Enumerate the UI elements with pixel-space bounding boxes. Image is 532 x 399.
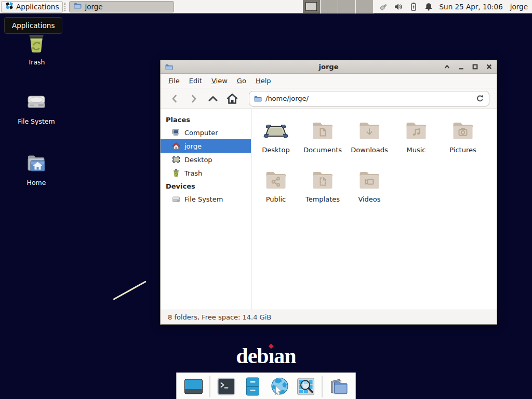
folder-public[interactable]: Public (252, 159, 299, 209)
toolbar: /home/jorge/ (161, 88, 497, 109)
system-tray (379, 2, 433, 11)
removable-device-icon[interactable] (379, 2, 388, 11)
workspace-2[interactable] (321, 0, 338, 14)
folder-music[interactable]: Music (393, 110, 440, 159)
music-folder-icon (404, 118, 429, 143)
sidebar-item-computer[interactable]: Computer (161, 126, 251, 139)
statusbar: 8 folders, Free space: 14.4 GiB (161, 310, 497, 324)
workspace-3[interactable] (338, 0, 356, 14)
web-browser-icon[interactable] (269, 376, 290, 397)
sidebar-item-jorge[interactable]: jorge (161, 139, 251, 153)
folder-videos[interactable]: Videos (346, 159, 393, 209)
xfce-menu-icon (5, 2, 14, 11)
notifications-icon[interactable] (424, 2, 433, 11)
applications-menu-label: Applications (16, 3, 59, 11)
shade-button[interactable] (443, 63, 450, 71)
workspace-4[interactable] (356, 0, 374, 14)
folder-downloads[interactable]: Downloads (346, 110, 393, 159)
forward-button[interactable] (187, 92, 201, 105)
home-red-icon (172, 142, 180, 150)
file-manager-window: jorge FileEditViewGoHelp /home/jorge/ Pl… (160, 60, 497, 325)
location-folder-icon (254, 95, 262, 103)
templates-folder-icon (310, 168, 335, 193)
home-button[interactable] (225, 92, 239, 105)
panel-clock[interactable]: Sun 25 Apr, 10:06 (440, 3, 503, 11)
panel-username[interactable]: jorge (510, 3, 528, 11)
back-button[interactable] (168, 92, 181, 105)
desktop-place-icon (172, 155, 180, 164)
close-button[interactable] (485, 63, 493, 71)
folder-label: Templates (305, 195, 340, 203)
folder-label: Desktop (262, 146, 290, 154)
sidebar-item-trash[interactable]: Trash (161, 166, 251, 180)
sidebar-item-label: File System (184, 195, 223, 203)
documents-folder-icon (310, 118, 335, 143)
pictures-folder-icon (450, 118, 475, 143)
sidebar: Places ComputerjorgeDesktopTrash Devices… (161, 109, 251, 310)
menu-help[interactable]: Help (251, 75, 276, 87)
folder-label: Public (266, 195, 286, 203)
videos-folder-icon (357, 168, 382, 193)
applications-menu-button[interactable]: Applications (1, 1, 63, 12)
battery-icon[interactable] (409, 2, 418, 11)
dock (177, 373, 356, 399)
top-panel: Applications jorge Sun 25 Apr, 10:06 jor… (0, 0, 532, 14)
taskbar-window-button[interactable]: jorge (69, 1, 174, 12)
menu-go[interactable]: Go (232, 75, 251, 87)
desktop-icon-file-system[interactable]: File System (5, 89, 68, 125)
menu-view[interactable]: View (207, 75, 232, 87)
computer-icon (172, 128, 180, 137)
menu-file[interactable]: File (164, 75, 184, 87)
desktop-icon-label: Home (27, 179, 46, 187)
panel-handle (64, 3, 68, 11)
desktop-icon-label: Trash (28, 58, 45, 66)
dock-separator (322, 376, 323, 397)
folder-label: Documents (303, 146, 342, 154)
workspace-1[interactable] (303, 0, 321, 14)
file-grid: DesktopDocumentsDownloadsMusicPicturesPu… (251, 109, 497, 310)
folder-documents[interactable]: Documents (299, 110, 346, 159)
terminal-icon[interactable] (216, 376, 237, 397)
up-button[interactable] (206, 92, 220, 105)
applications-tooltip: Applications (4, 17, 62, 34)
workspace-pager[interactable] (303, 0, 374, 14)
file-cabinet-icon[interactable] (243, 376, 263, 397)
folder-label: Videos (358, 195, 380, 203)
wallpaper-line-artifact (113, 281, 146, 300)
folder-label: Downloads (351, 146, 388, 154)
reload-button[interactable] (475, 94, 485, 103)
volume-icon[interactable] (394, 2, 403, 11)
folder-label: Pictures (449, 146, 476, 154)
folder-desktop[interactable]: Desktop (252, 110, 299, 159)
trash-small-icon (172, 169, 180, 177)
app-finder-icon[interactable] (296, 376, 316, 397)
filesystem-desktop-icon (24, 89, 49, 114)
places-header: Places (161, 113, 251, 126)
maximize-button[interactable] (471, 63, 478, 71)
trash-desktop-icon (24, 30, 49, 55)
home-desktop-icon (24, 151, 49, 176)
drive-small-icon (172, 195, 180, 203)
sidebar-item-label: jorge (184, 142, 202, 150)
sidebar-item-label: Computer (184, 129, 218, 137)
dock-separator (210, 376, 210, 397)
desktop-icon-home[interactable]: Home (5, 151, 68, 187)
titlebar[interactable]: jorge (161, 60, 497, 74)
location-path[interactable]: /home/jorge/ (265, 95, 475, 102)
file-manager-icon[interactable] (328, 376, 349, 397)
sidebar-item-file-system[interactable]: File System (161, 192, 251, 206)
devices-header: Devices (161, 180, 251, 192)
folder-templates[interactable]: Templates (299, 159, 346, 209)
location-bar[interactable]: /home/jorge/ (249, 91, 489, 107)
sidebar-item-label: Desktop (184, 156, 212, 164)
debian-logo-dot (269, 344, 274, 349)
folder-pictures[interactable]: Pictures (440, 110, 486, 159)
desktop-folder-icon (263, 118, 288, 143)
desktop-icon-trash[interactable]: Trash (5, 30, 68, 66)
menu-edit[interactable]: Edit (184, 75, 207, 87)
folder-icon (73, 2, 82, 11)
minimize-button[interactable] (457, 63, 464, 71)
sidebar-item-desktop[interactable]: Desktop (161, 153, 251, 166)
sidebar-item-label: Trash (184, 169, 202, 177)
show-desktop-icon[interactable] (183, 376, 204, 397)
